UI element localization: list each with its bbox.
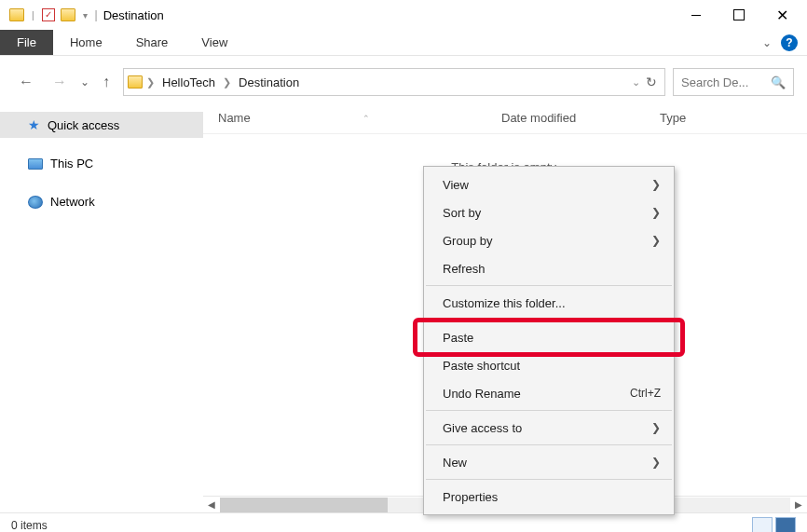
up-button[interactable]: ↑ (97, 70, 116, 94)
sidebar-item-label: Network (50, 195, 95, 209)
ribbon: File Home Share View ⌄ ? (0, 30, 807, 56)
maximize-button[interactable] (718, 1, 760, 29)
sidebar-item-quick-access[interactable]: ★ Quick access (0, 112, 203, 138)
folder-icon (128, 75, 143, 89)
search-placeholder: Search De... (681, 75, 748, 89)
tab-home[interactable]: Home (53, 30, 119, 55)
window-controls: ✕ (675, 1, 803, 29)
chevron-right-icon: ❯ (651, 206, 661, 219)
chevron-right-icon: ❯ (651, 421, 661, 434)
chevron-right-icon: ❯ (651, 234, 661, 247)
menu-separator (426, 444, 672, 445)
forward-button[interactable]: → (47, 70, 73, 94)
sidebar-item-label: Quick access (48, 118, 119, 132)
status-bar: 0 items (0, 512, 807, 532)
menu-item-properties[interactable]: Properties (424, 483, 674, 511)
separator: | (32, 10, 34, 20)
sidebar-item-label: This PC (50, 157, 93, 171)
new-folder-qat-icon[interactable] (61, 8, 75, 21)
window-title: Destination (103, 8, 164, 22)
sort-indicator-icon: ⌃ (362, 114, 370, 123)
scroll-right-button[interactable]: ▶ (790, 498, 807, 512)
menu-separator (426, 410, 672, 411)
item-count: 0 items (11, 519, 48, 532)
chevron-down-icon[interactable]: ⌄ (632, 76, 640, 89)
menu-item-paste-shortcut[interactable]: Paste shortcut (424, 351, 674, 379)
tab-view[interactable]: View (185, 30, 244, 55)
chevron-right-icon[interactable]: ❯ (223, 76, 231, 89)
tab-share[interactable]: Share (119, 30, 185, 55)
menu-item-paste[interactable]: Paste (424, 323, 674, 351)
file-tab[interactable]: File (0, 30, 53, 55)
sidebar-item-network[interactable]: Network (0, 189, 203, 214)
thumbnails-view-button[interactable] (775, 517, 796, 533)
main-area: ★ Quick access This PC Network Name ⌃ Da… (0, 102, 807, 512)
folder-icon (9, 8, 24, 21)
menu-separator (426, 285, 672, 286)
context-menu: View ❯ Sort by ❯ Group by ❯ Refresh Cust… (423, 166, 675, 515)
back-button[interactable]: ← (13, 70, 39, 94)
chevron-right-icon[interactable]: ❯ (146, 76, 155, 89)
properties-qat-icon[interactable]: ✓ (42, 8, 55, 21)
title-bar: | ✓ ▾ | Destination ✕ (0, 0, 807, 30)
scroll-thumb[interactable] (220, 498, 388, 512)
chevron-right-icon: ❯ (651, 456, 661, 469)
ribbon-collapse-icon[interactable]: ⌄ (762, 36, 772, 49)
menu-item-customize[interactable]: Customize this folder... (424, 289, 674, 317)
menu-item-give-access[interactable]: Give access to ❯ (424, 414, 674, 442)
breadcrumb[interactable]: Destination (235, 75, 303, 89)
column-header-date[interactable]: Date modified (501, 111, 660, 125)
search-icon: 🔍 (771, 75, 786, 89)
column-headers: Name ⌃ Date modified Type (203, 102, 807, 134)
menu-separator (426, 479, 672, 480)
menu-item-undo[interactable]: Undo Rename Ctrl+Z (424, 379, 674, 407)
address-bar[interactable]: ❯ HelloTech ❯ Destination ⌄ ↻ (123, 68, 665, 96)
pc-icon (28, 158, 43, 170)
help-button[interactable]: ? (781, 34, 798, 51)
navigation-bar: ← → ⌄ ↑ ❯ HelloTech ❯ Destination ⌄ ↻ Se… (0, 61, 807, 102)
menu-item-sort-by[interactable]: Sort by ❯ (424, 198, 674, 226)
breadcrumb[interactable]: HelloTech (158, 75, 219, 89)
quick-access-toolbar: | ✓ ▾ (4, 8, 89, 21)
search-input[interactable]: Search De... 🔍 (673, 68, 794, 96)
keyboard-shortcut: Ctrl+Z (630, 387, 661, 400)
close-button[interactable]: ✕ (760, 1, 803, 29)
history-dropdown-icon[interactable]: ⌄ (80, 75, 89, 89)
column-header-type[interactable]: Type (660, 111, 686, 125)
view-toggles (752, 517, 796, 533)
details-view-button[interactable] (752, 517, 773, 533)
sidebar-item-this-pc[interactable]: This PC (0, 151, 203, 176)
scroll-left-button[interactable]: ◀ (203, 498, 220, 512)
menu-item-refresh[interactable]: Refresh (424, 254, 674, 282)
chevron-right-icon: ❯ (651, 178, 661, 191)
column-header-name[interactable]: Name ⌃ (203, 111, 501, 125)
minimize-button[interactable] (675, 1, 718, 29)
menu-separator (426, 320, 672, 321)
network-icon (28, 196, 43, 209)
navigation-pane: ★ Quick access This PC Network (0, 102, 203, 512)
separator: | (95, 8, 98, 21)
refresh-icon[interactable]: ↻ (646, 75, 657, 89)
qat-dropdown-icon[interactable]: ▾ (83, 10, 88, 20)
menu-item-group-by[interactable]: Group by ❯ (424, 226, 674, 254)
menu-item-view[interactable]: View ❯ (424, 171, 674, 198)
menu-item-new[interactable]: New ❯ (424, 448, 674, 476)
star-icon: ★ (28, 117, 40, 132)
